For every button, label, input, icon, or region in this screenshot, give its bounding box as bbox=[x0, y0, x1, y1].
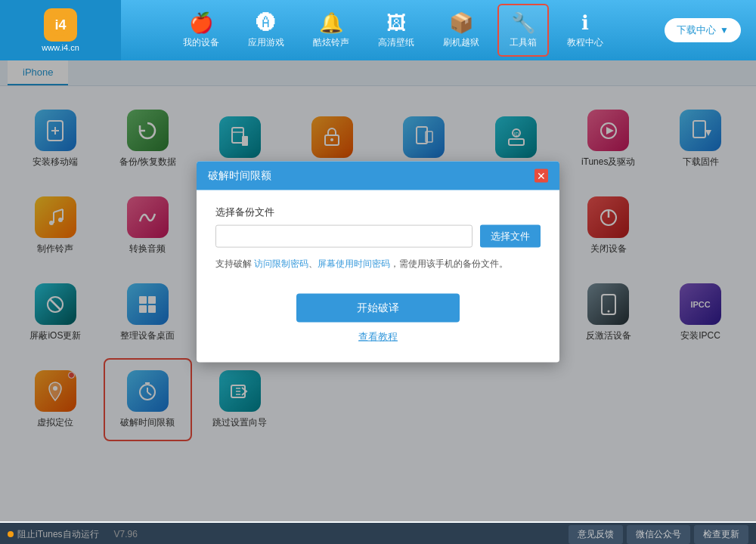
dialog-close-button[interactable]: ✕ bbox=[534, 169, 548, 183]
sidebar-item-my-device[interactable]: 🍎 我的设备 bbox=[172, 5, 230, 55]
feedback-button[interactable]: 意见反馈 bbox=[569, 525, 623, 544]
logo-icon: i4 bbox=[44, 8, 77, 42]
status-bar: 阻止iTunes自动运行 V7.96 意见反馈 微信公众号 检查更新 bbox=[0, 523, 756, 544]
start-decrypt-button[interactable]: 开始破译 bbox=[296, 294, 460, 323]
logo-text: www.i4.cn bbox=[42, 43, 79, 52]
info-icon: ℹ bbox=[581, 11, 589, 35]
logo-area: i4 www.i4.cn bbox=[0, 0, 121, 60]
backup-file-input[interactable] bbox=[215, 225, 472, 248]
wallpaper-icon: 🖼 bbox=[386, 11, 406, 35]
nav-label-app-game: 应用游戏 bbox=[248, 36, 284, 49]
update-button[interactable]: 检查更新 bbox=[694, 525, 748, 544]
version-text: V7.96 bbox=[114, 529, 138, 539]
dialog-hint: 支持破解 访问限制密码、屏幕使用时间密码，需使用该手机的备份文件。 bbox=[215, 257, 541, 271]
nav-items: 🍎 我的设备 🅐 应用游戏 🔔 酷炫铃声 🖼 高清壁纸 📦 刷机越狱 🔧 工具箱… bbox=[121, 4, 665, 57]
sidebar-item-toolbox[interactable]: 🔧 工具箱 bbox=[497, 4, 549, 57]
download-center-button[interactable]: 下载中心 ▼ bbox=[665, 18, 741, 42]
tutorial-label: 查看教程 bbox=[358, 331, 398, 342]
nav-label-toolbox: 工具箱 bbox=[510, 36, 537, 49]
dialog-break-time-limit: 破解时间限额 ✕ 选择备份文件 选择文件 支持破解 访问限制密码、屏幕使用时间密… bbox=[197, 162, 559, 363]
header: i4 www.i4.cn 🍎 我的设备 🅐 应用游戏 🔔 酷炫铃声 🖼 高清壁纸… bbox=[0, 0, 756, 60]
nav-label-jailbreak: 刷机越狱 bbox=[443, 36, 479, 49]
nav-label-wallpaper: 高清壁纸 bbox=[378, 36, 414, 49]
nav-label-my-device: 我的设备 bbox=[183, 36, 219, 49]
download-label: 下载中心 bbox=[677, 23, 716, 37]
status-left: 阻止iTunes自动运行 bbox=[8, 528, 99, 541]
dialog-section-label: 选择备份文件 bbox=[215, 206, 541, 219]
status-dot bbox=[8, 531, 14, 537]
status-right: 意见反馈 微信公众号 检查更新 bbox=[569, 525, 748, 544]
view-tutorial-link[interactable]: 查看教程 bbox=[358, 330, 398, 344]
wrench-icon: 🔧 bbox=[511, 11, 535, 35]
nav-label-tutorial: 教程中心 bbox=[567, 36, 603, 49]
dialog-header: 破解时间限额 ✕ bbox=[197, 162, 559, 190]
dialog-body: 选择备份文件 选择文件 支持破解 访问限制密码、屏幕使用时间密码，需使用该手机的… bbox=[197, 190, 559, 363]
svg-text:i4: i4 bbox=[54, 17, 66, 32]
hint-link-access[interactable]: 访问限制密码 bbox=[254, 258, 308, 269]
sidebar-item-app-game[interactable]: 🅐 应用游戏 bbox=[237, 5, 295, 55]
nav-label-ringtone: 酷炫铃声 bbox=[313, 36, 349, 49]
bell-icon: 🔔 bbox=[319, 11, 343, 35]
select-file-button[interactable]: 选择文件 bbox=[480, 225, 541, 248]
hint-link-screen[interactable]: 屏幕使用时间密码 bbox=[318, 258, 390, 269]
sidebar-item-wallpaper[interactable]: 🖼 高清壁纸 bbox=[367, 5, 425, 55]
select-file-label: 选择文件 bbox=[491, 230, 530, 242]
dialog-input-row: 选择文件 bbox=[215, 225, 541, 248]
sidebar-item-tutorial[interactable]: ℹ 教程中心 bbox=[556, 5, 614, 55]
sidebar-item-ringtone[interactable]: 🔔 酷炫铃声 bbox=[302, 5, 360, 55]
app-icon: 🅐 bbox=[256, 11, 276, 35]
sidebar-item-jailbreak[interactable]: 📦 刷机越狱 bbox=[432, 5, 490, 55]
download-arrow-icon: ▼ bbox=[720, 25, 729, 36]
start-decrypt-label: 开始破译 bbox=[357, 301, 399, 314]
dialog-actions: 开始破译 查看教程 bbox=[215, 286, 541, 348]
dialog-title: 破解时间限额 bbox=[208, 169, 271, 183]
status-text: 阻止iTunes自动运行 bbox=[17, 528, 99, 541]
box-icon: 📦 bbox=[449, 11, 473, 35]
wechat-button[interactable]: 微信公众号 bbox=[627, 525, 690, 544]
apple-icon: 🍎 bbox=[189, 11, 213, 35]
